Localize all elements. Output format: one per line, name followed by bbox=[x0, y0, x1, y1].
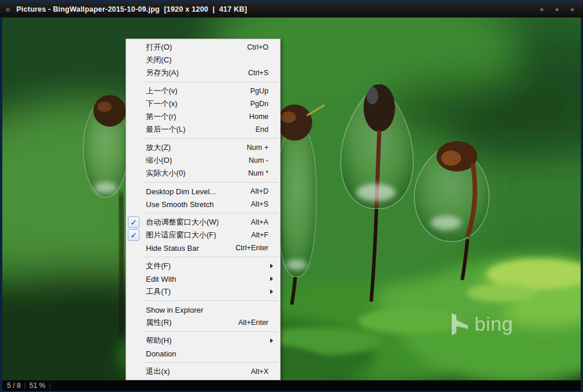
menu-item-shortcut: Ctrl+Enter bbox=[235, 244, 275, 252]
menu-item-use-smooth-stretch[interactable]: Use Smooth Stretch Alt+S bbox=[126, 198, 280, 211]
menu-item-label: 最后一个(L) bbox=[146, 124, 256, 135]
checkmark-icon: ✓ bbox=[128, 216, 139, 228]
menu-item-shortcut: Alt+D bbox=[250, 187, 275, 195]
menu-item-label: 图片适应窗口大小(F) bbox=[146, 230, 251, 240]
menu-item-fit-image-to-window[interactable]: ✓ 图片适应窗口大小(F) Alt+F bbox=[126, 229, 280, 242]
menu-item-shortcut: PgDn bbox=[250, 100, 275, 108]
menu-item-label: Show in Explorer bbox=[146, 306, 268, 314]
menu-item-shortcut: Alt+F bbox=[251, 231, 275, 239]
menu-separator bbox=[144, 82, 279, 82]
image-canvas[interactable]: bing bbox=[2, 18, 581, 380]
app-icon bbox=[6, 8, 10, 12]
close-button-icon[interactable] bbox=[571, 8, 574, 11]
menu-item-label: 下一个(x) bbox=[146, 99, 250, 109]
bing-logo-text: bing bbox=[474, 313, 513, 335]
menu-item-label: 第一个(r) bbox=[146, 111, 249, 122]
menu-item-label: 打开(O) bbox=[146, 42, 247, 52]
menu-item-label: 实际大小(0) bbox=[146, 168, 248, 178]
menu-item-edit-with-submenu[interactable]: Edit With bbox=[126, 272, 280, 285]
menu-item-shortcut: End bbox=[256, 125, 275, 134]
image-index: 5 / 8 bbox=[7, 382, 20, 390]
minimize-button-icon[interactable] bbox=[540, 8, 543, 11]
maximize-button-icon[interactable] bbox=[556, 8, 558, 11]
menu-item-label: Edit With bbox=[146, 275, 270, 284]
menu-item-label: 关闭(C) bbox=[146, 55, 268, 65]
menu-item-label: 文件(F) bbox=[146, 261, 270, 271]
menu-item-shortcut: PgUp bbox=[250, 87, 275, 95]
menu-item-label: Hide Status Bar bbox=[146, 244, 235, 253]
menu-item-help-submenu[interactable]: 帮助(H) bbox=[126, 334, 280, 347]
menu-item-shortcut: Num * bbox=[248, 169, 275, 177]
menu-item-zoom-out[interactable]: 缩小(O) Num - bbox=[126, 154, 280, 167]
window-controls bbox=[540, 8, 583, 11]
menu-item-tools-submenu[interactable]: 工具(T) bbox=[126, 285, 280, 298]
status-bar: 5 / 8 51 % bbox=[2, 380, 581, 391]
menu-item-label: Use Smooth Stretch bbox=[146, 200, 251, 209]
menu-item-shortcut: Num + bbox=[247, 144, 275, 152]
window-title: Pictures - BingWallpaper-2015-10-09.jpg … bbox=[16, 5, 247, 13]
menu-item-desktop-dim-level[interactable]: Desktop Dim Level... Alt+D bbox=[126, 185, 280, 198]
menu-separator bbox=[144, 300, 279, 301]
menu-item-zoom-in[interactable]: 放大(Z) Num + bbox=[126, 141, 280, 154]
menu-item-shortcut: Alt+X bbox=[251, 368, 275, 376]
menu-item-auto-adjust-window-size[interactable]: ✓ 自动调整窗口大小(W) Alt+A bbox=[126, 216, 280, 229]
menu-item-label: 工具(T) bbox=[146, 286, 270, 297]
status-divider bbox=[50, 383, 50, 389]
checkmark-icon: ✓ bbox=[128, 229, 139, 241]
menu-item-shortcut: Home bbox=[249, 113, 275, 121]
submenu-arrow-icon bbox=[270, 338, 273, 343]
submenu-arrow-icon bbox=[270, 264, 273, 268]
menu-item-label: 另存为(A) bbox=[146, 68, 248, 78]
menu-item-first[interactable]: 第一个(r) Home bbox=[126, 110, 280, 123]
menu-item-shortcut: Ctrl+S bbox=[248, 69, 275, 77]
menu-item-label: Donation bbox=[146, 349, 268, 358]
menu-item-last[interactable]: 最后一个(L) End bbox=[126, 123, 280, 136]
menu-separator bbox=[144, 331, 279, 332]
menu-item-label: 帮助(H) bbox=[146, 335, 270, 346]
menu-item-next[interactable]: 下一个(x) PgDn bbox=[126, 97, 280, 110]
menu-item-label: 退出(x) bbox=[146, 366, 251, 377]
menu-item-previous[interactable]: 上一个(v) PgUp bbox=[126, 85, 280, 97]
status-divider bbox=[25, 383, 25, 389]
menu-item-label: 属性(R) bbox=[146, 317, 238, 328]
menu-separator bbox=[144, 257, 279, 257]
menu-item-show-in-explorer[interactable]: Show in Explorer bbox=[126, 303, 280, 316]
menu-separator bbox=[144, 362, 279, 363]
menu-item-label: 放大(Z) bbox=[146, 142, 247, 153]
zoom-level: 51 % bbox=[29, 382, 45, 390]
menu-item-file-submenu[interactable]: 文件(F) bbox=[126, 260, 280, 272]
menu-separator bbox=[144, 213, 279, 214]
menu-separator bbox=[144, 138, 279, 139]
menu-item-exit[interactable]: 退出(x) Alt+X bbox=[126, 365, 280, 378]
image-viewer-window: Pictures - BingWallpaper-2015-10-09.jpg … bbox=[0, 0, 583, 392]
titlebar[interactable]: Pictures - BingWallpaper-2015-10-09.jpg … bbox=[0, 0, 583, 18]
menu-item-shortcut: Num - bbox=[249, 156, 275, 164]
menu-item-save-as[interactable]: 另存为(A) Ctrl+S bbox=[126, 66, 280, 79]
menu-item-shortcut: Alt+Enter bbox=[238, 318, 275, 327]
bing-logo-icon bbox=[452, 313, 469, 335]
context-menu: 打开(O) Ctrl+O 关闭(C) 另存为(A) Ctrl+S 上一个(v) … bbox=[125, 38, 281, 380]
submenu-arrow-icon bbox=[270, 289, 273, 294]
menu-item-label: Desktop Dim Level... bbox=[146, 187, 250, 196]
menu-item-donation[interactable]: Donation bbox=[126, 347, 280, 360]
submenu-arrow-icon bbox=[270, 276, 273, 281]
bing-watermark: bing bbox=[452, 313, 513, 335]
menu-item-shortcut: Alt+A bbox=[251, 218, 275, 226]
menu-item-close[interactable]: 关闭(C) bbox=[126, 54, 280, 66]
menu-separator bbox=[144, 182, 279, 183]
menu-item-label: 缩小(O) bbox=[146, 155, 249, 166]
menu-item-actual-size[interactable]: 实际大小(0) Num * bbox=[126, 167, 280, 180]
menu-item-label: 自动调整窗口大小(W) bbox=[146, 217, 251, 228]
menu-item-label: 上一个(v) bbox=[146, 86, 250, 96]
menu-item-hide-status-bar[interactable]: Hide Status Bar Ctrl+Enter bbox=[126, 242, 280, 254]
menu-item-open[interactable]: 打开(O) Ctrl+O bbox=[126, 41, 280, 54]
menu-item-shortcut: Alt+S bbox=[251, 200, 275, 208]
menu-item-properties[interactable]: 属性(R) Alt+Enter bbox=[126, 316, 280, 329]
menu-item-shortcut: Ctrl+O bbox=[247, 43, 275, 51]
